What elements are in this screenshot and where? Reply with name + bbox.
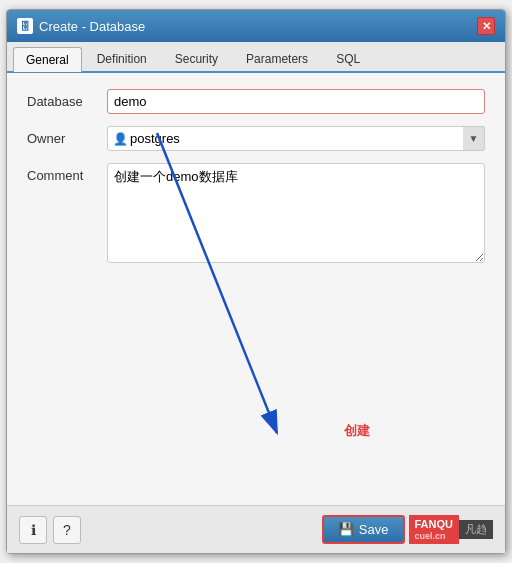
save-icon: 💾 bbox=[338, 522, 354, 537]
footer-left-buttons: ℹ ? bbox=[19, 516, 81, 544]
tab-general[interactable]: General bbox=[13, 47, 82, 72]
owner-row: Owner postgres 👤 ▼ bbox=[27, 126, 485, 151]
comment-field-wrapper: 创建一个demo数据库 bbox=[107, 163, 485, 266]
info-button[interactable]: ℹ bbox=[19, 516, 47, 544]
help-button[interactable]: ? bbox=[53, 516, 81, 544]
watermark-cn: 凡趋 bbox=[459, 520, 493, 539]
database-row: Database bbox=[27, 89, 485, 114]
main-window: 🗄 Create - Database ✕ General Definition… bbox=[6, 9, 506, 554]
database-field-wrapper bbox=[107, 89, 485, 114]
comment-label: Comment bbox=[27, 163, 107, 183]
database-input[interactable] bbox=[107, 89, 485, 114]
watermark-brand: FANQU cuel.cn bbox=[409, 515, 460, 545]
footer: ℹ ? 💾 Save FANQU cuel.cn 凡趋 bbox=[7, 505, 505, 553]
close-button[interactable]: ✕ bbox=[477, 17, 495, 35]
title-bar: 🗄 Create - Database ✕ bbox=[7, 10, 505, 42]
comment-row: Comment 创建一个demo数据库 bbox=[27, 163, 485, 266]
tab-parameters[interactable]: Parameters bbox=[233, 46, 321, 71]
window-title: Create - Database bbox=[39, 19, 145, 34]
database-label: Database bbox=[27, 89, 107, 109]
annotation-label: 创建 bbox=[344, 422, 370, 440]
tab-bar: General Definition Security Parameters S… bbox=[7, 42, 505, 73]
save-label: Save bbox=[359, 522, 389, 537]
owner-label: Owner bbox=[27, 126, 107, 146]
owner-select[interactable]: postgres bbox=[107, 126, 485, 151]
owner-select-wrapper: postgres 👤 ▼ bbox=[107, 126, 485, 151]
tab-definition[interactable]: Definition bbox=[84, 46, 160, 71]
tab-security[interactable]: Security bbox=[162, 46, 231, 71]
comment-textarea[interactable]: 创建一个demo数据库 bbox=[107, 163, 485, 263]
title-bar-left: 🗄 Create - Database bbox=[17, 18, 145, 34]
window-icon: 🗄 bbox=[17, 18, 33, 34]
form-content: Database Owner postgres 👤 ▼ Comment bbox=[7, 73, 505, 505]
save-button[interactable]: 💾 Save bbox=[322, 515, 405, 544]
tab-sql[interactable]: SQL bbox=[323, 46, 373, 71]
footer-right: 💾 Save FANQU cuel.cn 凡趋 bbox=[322, 515, 493, 545]
owner-field-wrapper: postgres 👤 ▼ bbox=[107, 126, 485, 151]
